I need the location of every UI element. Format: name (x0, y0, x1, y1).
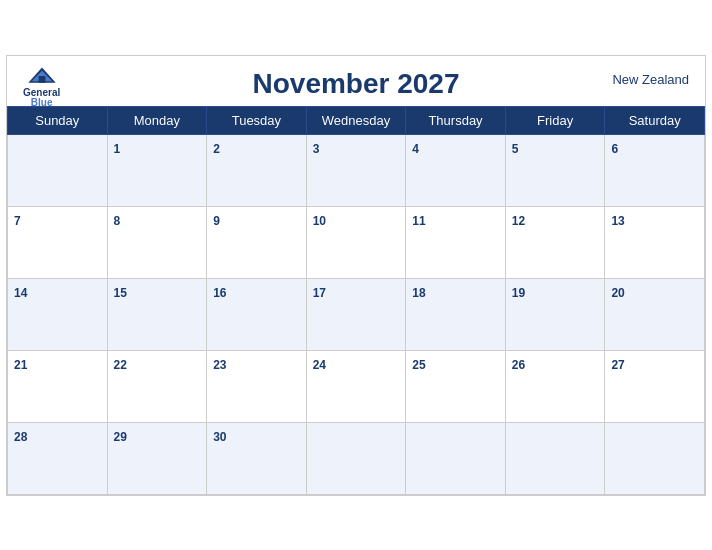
day-9: 9 (207, 206, 307, 278)
day-30: 30 (207, 422, 307, 494)
day-number: 13 (611, 214, 624, 228)
day-number: 8 (114, 214, 121, 228)
day-number: 1 (114, 142, 121, 156)
day-7: 7 (8, 206, 108, 278)
day-6: 6 (605, 134, 705, 206)
day-number: 19 (512, 286, 525, 300)
day-2: 2 (207, 134, 307, 206)
day-number: 12 (512, 214, 525, 228)
day-22: 22 (107, 350, 207, 422)
day-27: 27 (605, 350, 705, 422)
logo: General Blue (23, 64, 60, 108)
header-wednesday: Wednesday (306, 106, 406, 134)
day-20: 20 (605, 278, 705, 350)
empty-day (8, 134, 108, 206)
day-number: 11 (412, 214, 425, 228)
day-14: 14 (8, 278, 108, 350)
day-12: 12 (505, 206, 605, 278)
days-header-row: Sunday Monday Tuesday Wednesday Thursday… (8, 106, 705, 134)
day-18: 18 (406, 278, 506, 350)
svg-rect-3 (38, 76, 45, 83)
day-15: 15 (107, 278, 207, 350)
day-24: 24 (306, 350, 406, 422)
header-thursday: Thursday (406, 106, 506, 134)
calendar-week-row: 14151617181920 (8, 278, 705, 350)
logo-brand-general: General (23, 88, 60, 98)
day-number: 6 (611, 142, 618, 156)
day-number: 29 (114, 430, 127, 444)
day-number: 5 (512, 142, 519, 156)
day-number: 26 (512, 358, 525, 372)
day-13: 13 (605, 206, 705, 278)
day-19: 19 (505, 278, 605, 350)
day-17: 17 (306, 278, 406, 350)
day-number: 25 (412, 358, 425, 372)
calendar-week-row: 282930 (8, 422, 705, 494)
day-1: 1 (107, 134, 207, 206)
day-number: 23 (213, 358, 226, 372)
day-16: 16 (207, 278, 307, 350)
day-number: 22 (114, 358, 127, 372)
calendar-week-row: 21222324252627 (8, 350, 705, 422)
header-saturday: Saturday (605, 106, 705, 134)
day-number: 20 (611, 286, 624, 300)
day-number: 21 (14, 358, 27, 372)
empty-day (406, 422, 506, 494)
header-monday: Monday (107, 106, 207, 134)
empty-day (306, 422, 406, 494)
calendar-week-row: 78910111213 (8, 206, 705, 278)
empty-day (605, 422, 705, 494)
header-friday: Friday (505, 106, 605, 134)
day-11: 11 (406, 206, 506, 278)
day-10: 10 (306, 206, 406, 278)
calendar-header: General Blue November 2027 New Zealand (7, 56, 705, 106)
calendar-week-row: 123456 (8, 134, 705, 206)
day-26: 26 (505, 350, 605, 422)
day-28: 28 (8, 422, 108, 494)
day-number: 18 (412, 286, 425, 300)
empty-day (505, 422, 605, 494)
day-number: 4 (412, 142, 419, 156)
day-5: 5 (505, 134, 605, 206)
day-number: 27 (611, 358, 624, 372)
day-number: 24 (313, 358, 326, 372)
day-number: 9 (213, 214, 220, 228)
calendar-table: Sunday Monday Tuesday Wednesday Thursday… (7, 106, 705, 495)
day-number: 7 (14, 214, 21, 228)
country-label: New Zealand (612, 72, 689, 87)
day-number: 16 (213, 286, 226, 300)
day-number: 2 (213, 142, 220, 156)
day-29: 29 (107, 422, 207, 494)
calendar: General Blue November 2027 New Zealand S… (6, 55, 706, 496)
day-number: 30 (213, 430, 226, 444)
day-number: 28 (14, 430, 27, 444)
logo-icon (24, 64, 60, 88)
day-8: 8 (107, 206, 207, 278)
logo-brand-blue: Blue (31, 98, 53, 108)
day-number: 10 (313, 214, 326, 228)
day-21: 21 (8, 350, 108, 422)
day-3: 3 (306, 134, 406, 206)
day-number: 3 (313, 142, 320, 156)
day-number: 15 (114, 286, 127, 300)
day-25: 25 (406, 350, 506, 422)
calendar-title: November 2027 (252, 68, 459, 100)
day-4: 4 (406, 134, 506, 206)
header-sunday: Sunday (8, 106, 108, 134)
day-23: 23 (207, 350, 307, 422)
day-number: 17 (313, 286, 326, 300)
day-number: 14 (14, 286, 27, 300)
header-tuesday: Tuesday (207, 106, 307, 134)
